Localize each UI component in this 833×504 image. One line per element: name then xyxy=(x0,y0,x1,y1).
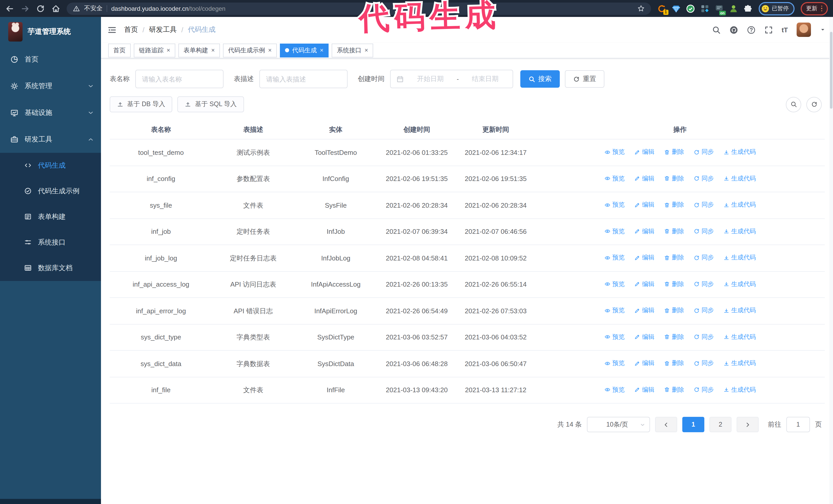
action-sync[interactable]: 同步 xyxy=(693,385,714,394)
security-label[interactable]: 不安全 xyxy=(84,4,102,13)
action-sync[interactable]: 同步 xyxy=(693,332,714,342)
action-preview[interactable]: 预览 xyxy=(604,332,625,342)
action-delete[interactable]: 删除 xyxy=(664,358,684,368)
start-date-placeholder[interactable]: 开始日期 xyxy=(408,74,452,83)
sidebar-item-home[interactable]: 首页 xyxy=(0,46,101,73)
font-size-icon[interactable]: tT xyxy=(782,26,788,33)
url-text[interactable]: dashboard.yudao.iocoder.cn/tool/codegen xyxy=(111,5,225,12)
action-edit[interactable]: 编辑 xyxy=(634,147,654,157)
action-delete[interactable]: 删除 xyxy=(664,226,684,236)
action-edit[interactable]: 编辑 xyxy=(634,226,654,236)
action-sync[interactable]: 同步 xyxy=(693,200,714,210)
breadcrumb-home[interactable]: 首页 xyxy=(124,25,138,34)
sidebar-item-dev-tools[interactable]: 研发工具 xyxy=(0,126,101,153)
sidebar-subitem-codegen[interactable]: 代码生成 xyxy=(0,153,101,178)
action-preview[interactable]: 预览 xyxy=(604,200,625,210)
action-edit[interactable]: 编辑 xyxy=(634,253,654,263)
tab-home[interactable]: 首页 xyxy=(108,43,131,57)
action-delete[interactable]: 删除 xyxy=(664,279,684,289)
sidebar-header[interactable]: 芋道管理系统 xyxy=(0,17,101,46)
action-sync[interactable]: 同步 xyxy=(693,306,714,315)
import-db-button[interactable]: 基于 DB 导入 xyxy=(110,96,172,112)
tab-codegen[interactable]: 代码生成 × xyxy=(280,43,329,57)
action-delete[interactable]: 删除 xyxy=(664,385,684,394)
page-button-2[interactable]: 2 xyxy=(710,417,732,432)
date-range-picker[interactable]: 开始日期 - 结束日期 xyxy=(390,70,513,88)
breadcrumb-devtools[interactable]: 研发工具 xyxy=(149,25,177,34)
sidebar-subitem-form-builder[interactable]: 表单构建 xyxy=(0,204,101,230)
refresh-table-button[interactable] xyxy=(806,97,822,112)
action-sync[interactable]: 同步 xyxy=(693,358,714,368)
action-delete[interactable]: 删除 xyxy=(664,200,684,210)
extension-updater-icon[interactable]: 1 xyxy=(657,4,666,13)
action-generate[interactable]: 生成代码 xyxy=(723,279,756,289)
action-preview[interactable]: 预览 xyxy=(604,147,625,157)
scrollbar-thumb[interactable] xyxy=(830,32,832,109)
action-preview[interactable]: 预览 xyxy=(604,279,625,289)
sidebar-subitem-db-doc[interactable]: 数据库文档 xyxy=(0,255,101,281)
back-icon[interactable] xyxy=(5,4,14,13)
close-icon[interactable]: × xyxy=(320,47,324,53)
action-preview[interactable]: 预览 xyxy=(604,226,625,236)
chevron-down-icon[interactable] xyxy=(820,27,826,33)
tab-system-api[interactable]: 系统接口 × xyxy=(332,43,373,57)
action-edit[interactable]: 编辑 xyxy=(634,385,654,394)
action-generate[interactable]: 生成代码 xyxy=(723,173,756,183)
extensions-puzzle-icon[interactable] xyxy=(743,4,752,13)
page-button-1[interactable]: 1 xyxy=(682,417,704,432)
sidebar-item-infrastructure[interactable]: 基础设施 xyxy=(0,99,101,126)
action-preview[interactable]: 预览 xyxy=(604,173,625,183)
browser-profile-chip[interactable]: 已暂停 xyxy=(758,2,794,15)
close-icon[interactable]: × xyxy=(167,47,170,53)
action-delete[interactable]: 删除 xyxy=(664,173,684,183)
action-edit[interactable]: 编辑 xyxy=(634,173,654,183)
extension-grid-icon[interactable] xyxy=(700,4,709,13)
end-date-placeholder[interactable]: 结束日期 xyxy=(463,74,507,83)
reset-button[interactable]: 重置 xyxy=(565,70,604,88)
action-edit[interactable]: 编辑 xyxy=(634,358,654,368)
goto-page-input[interactable] xyxy=(786,417,810,432)
close-icon[interactable]: × xyxy=(268,47,272,53)
prev-page-button[interactable] xyxy=(655,417,677,432)
table-desc-input[interactable] xyxy=(259,70,348,88)
action-delete[interactable]: 删除 xyxy=(664,253,684,263)
tab-codegen-demo[interactable]: 代码生成示例 × xyxy=(223,43,277,57)
action-sync[interactable]: 同步 xyxy=(693,173,714,183)
fullscreen-icon[interactable] xyxy=(764,25,773,34)
extension-agent-icon[interactable] xyxy=(729,4,738,13)
user-avatar[interactable] xyxy=(796,23,811,37)
browser-update-button[interactable]: 更新 xyxy=(801,2,828,15)
sidebar-item-system-admin[interactable]: 系统管理 xyxy=(0,73,101,99)
action-generate[interactable]: 生成代码 xyxy=(723,253,756,263)
sidebar-subitem-system-api[interactable]: 系统接口 xyxy=(0,230,101,255)
sidebar-fold-icon[interactable] xyxy=(107,25,117,34)
import-sql-button[interactable]: 基于 SQL 导入 xyxy=(177,96,244,112)
close-icon[interactable]: × xyxy=(364,47,368,53)
action-generate[interactable]: 生成代码 xyxy=(723,200,756,210)
action-preview[interactable]: 预览 xyxy=(604,253,625,263)
action-generate[interactable]: 生成代码 xyxy=(723,358,756,368)
action-preview[interactable]: 预览 xyxy=(604,306,625,315)
menu-kebab-icon[interactable] xyxy=(821,6,822,11)
action-edit[interactable]: 编辑 xyxy=(634,306,654,315)
action-preview[interactable]: 预览 xyxy=(604,385,625,394)
extension-on-icon[interactable]: on xyxy=(714,4,723,13)
action-edit[interactable]: 编辑 xyxy=(634,332,654,342)
action-generate[interactable]: 生成代码 xyxy=(723,226,756,236)
toggle-search-button[interactable] xyxy=(786,97,801,112)
action-sync[interactable]: 同步 xyxy=(693,147,714,157)
action-delete[interactable]: 删除 xyxy=(664,147,684,157)
address-bar[interactable]: 不安全 dashboard.yudao.iocoder.cn/tool/code… xyxy=(67,2,651,15)
action-sync[interactable]: 同步 xyxy=(693,226,714,236)
reload-icon[interactable] xyxy=(36,4,45,13)
page-size-select[interactable]: 10条/页 xyxy=(587,417,650,432)
home-icon[interactable] xyxy=(51,4,61,13)
search-icon[interactable] xyxy=(712,25,720,34)
next-page-button[interactable] xyxy=(737,417,759,432)
action-preview[interactable]: 预览 xyxy=(604,358,625,368)
extension-gem-icon[interactable] xyxy=(671,4,681,13)
action-sync[interactable]: 同步 xyxy=(693,253,714,263)
help-icon[interactable] xyxy=(747,25,755,34)
sidebar-subitem-codegen-demo[interactable]: 代码生成示例 xyxy=(0,178,101,204)
action-edit[interactable]: 编辑 xyxy=(634,279,654,289)
